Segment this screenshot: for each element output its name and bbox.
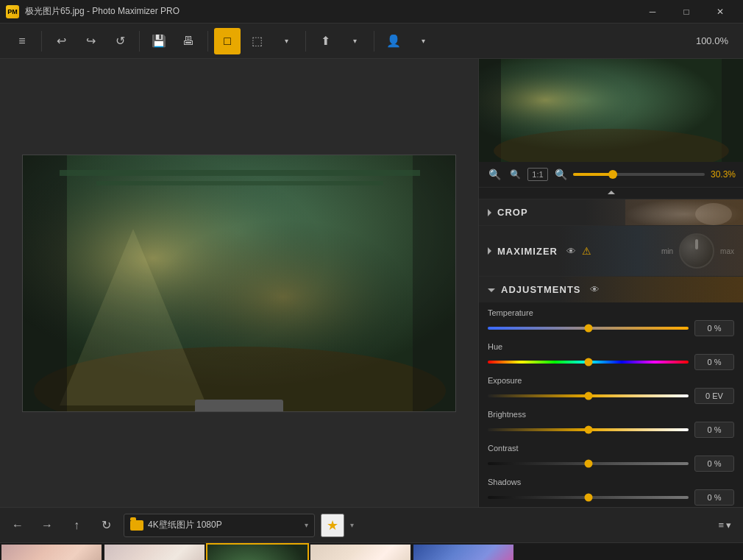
maximizer-header[interactable]: MAXIMIZER 👁 ⚠ min max — [479, 226, 743, 276]
exposure-row: Exposure 0 EV — [488, 376, 734, 404]
brightness-thumb[interactable] — [584, 426, 592, 434]
zoom-fit-button[interactable]: 1:1 — [527, 168, 548, 181]
toolbar-separator-3 — [207, 31, 208, 52]
hue-thumb[interactable] — [584, 358, 592, 366]
adjustments-content: Temperature 0 % Hue — [479, 302, 743, 507]
film-item-64[interactable]: 极光图片64.jpg — [103, 543, 206, 560]
user-button[interactable]: 👤 — [380, 28, 407, 54]
view-single-button[interactable]: □ — [214, 28, 241, 54]
save-button[interactable]: 💾 — [146, 28, 172, 54]
temperature-row: Temperature 0 % — [488, 308, 734, 336]
main-image — [22, 155, 456, 412]
temperature-label: Temperature — [488, 308, 734, 317]
zoom-in-button[interactable]: 🔍 — [507, 166, 523, 182]
sort-button[interactable]: ≡ ▾ — [712, 514, 737, 537]
folder-name: 4K壁纸图片 1080P — [148, 519, 300, 531]
adjustments-title: ADJUSTMENTS — [501, 284, 581, 295]
shadows-value[interactable]: 0 % — [694, 489, 734, 506]
shadows-slider[interactable] — [488, 496, 689, 499]
temperature-controls: 0 % — [488, 320, 734, 336]
zoom-label: 100.0% — [696, 35, 728, 46]
toolbar-separator-4 — [305, 31, 306, 52]
svg-rect-6 — [413, 155, 456, 412]
toolbar: ≡ ↩ ↪ ↺ 💾 🖶 □ ⬚ ▾ ⬆ ▾ 👤 ▾ 100.0% — [0, 24, 743, 59]
refresh-button[interactable]: ↻ — [94, 514, 118, 537]
image-content — [23, 155, 455, 411]
redo-button[interactable]: ↪ — [77, 28, 104, 54]
toolbar-separator-2 — [139, 31, 140, 52]
canvas-area[interactable] — [0, 59, 478, 507]
maximizer-knob[interactable] — [679, 233, 714, 269]
collapse-indicator[interactable] — [479, 188, 743, 199]
film-item-66[interactable]: 极光图片66.jpg — [309, 543, 412, 560]
warning-icon: ⚠ — [582, 245, 591, 257]
user-dropdown[interactable]: ▾ — [410, 28, 436, 54]
maximizer-section: MAXIMIZER 👁 ⚠ min max — [479, 226, 743, 277]
print-button[interactable]: 🖶 — [175, 28, 202, 54]
brightness-value[interactable]: 0 % — [694, 422, 734, 438]
sort-dropdown: ▾ — [726, 520, 731, 531]
contrast-label: Contrast — [488, 444, 734, 453]
contrast-slider[interactable] — [488, 462, 689, 465]
svg-rect-8 — [96, 181, 383, 185]
hue-value[interactable]: 0 % — [694, 354, 734, 370]
contrast-thumb[interactable] — [584, 460, 592, 468]
thumb-content — [479, 59, 743, 162]
svg-rect-16 — [207, 545, 307, 560]
maximizer-title: MAXIMIZER — [497, 246, 558, 257]
exposure-slider[interactable] — [488, 394, 689, 397]
crop-expand-icon — [488, 209, 491, 216]
nav-bar: ← → ↑ ↻ 4K壁纸图片 1080P ▾ ★ ▾ ≡ ▾ — [0, 507, 743, 542]
hue-slider[interactable] — [488, 361, 689, 364]
back-button[interactable]: ← — [6, 514, 29, 537]
split-dropdown[interactable]: ▾ — [273, 28, 299, 54]
temperature-value[interactable]: 0 % — [694, 320, 734, 336]
redo2-button[interactable]: ↺ — [107, 28, 133, 54]
minimize-button[interactable]: ─ — [636, 0, 669, 24]
menu-button[interactable]: ≡ — [9, 28, 35, 54]
shadows-controls: 0 % — [488, 489, 734, 506]
maximize-button[interactable]: □ — [669, 0, 703, 24]
canvas-scroll-bar[interactable] — [195, 400, 283, 411]
film-item-65[interactable]: 极光图片65.jpg — [206, 543, 309, 560]
zoom-actual-button[interactable]: 🔍 — [552, 166, 569, 182]
contrast-value[interactable]: 0 % — [694, 456, 734, 472]
hue-controls: 0 % — [488, 354, 734, 370]
brightness-slider[interactable] — [488, 428, 689, 431]
brightness-row: Brightness 0 % — [488, 410, 734, 438]
zoom-controls: 🔍 🔍 1:1 🔍 30.3% — [479, 162, 743, 188]
film-item-extra[interactable]: 极… — [412, 543, 515, 560]
film-item-63[interactable]: 极光图片63.jpg — [0, 543, 103, 560]
window-controls: ─ □ ✕ — [636, 0, 737, 24]
favorite-button[interactable]: ★ — [321, 514, 344, 537]
window-title: 极光图片65.jpg - Photo Maximizer PRO — [25, 5, 179, 18]
share-button[interactable]: ⬆ — [312, 28, 338, 54]
zoom-slider-thumb[interactable] — [608, 170, 617, 179]
main-layout: 🔍 🔍 1:1 🔍 30.3% CROP — [0, 59, 743, 507]
crop-header[interactable]: CROP — [479, 199, 743, 225]
star-dropdown[interactable]: ▾ — [350, 521, 354, 529]
svg-point-15 — [695, 203, 732, 225]
zoom-slider-fill — [573, 173, 613, 176]
up-button[interactable]: ↑ — [65, 514, 88, 537]
share-dropdown[interactable]: ▾ — [341, 28, 368, 54]
max-min-label: min — [661, 247, 673, 255]
crop-title: CROP — [497, 207, 528, 218]
exposure-thumb[interactable] — [584, 392, 592, 400]
close-button[interactable]: ✕ — [703, 0, 737, 24]
zoom-slider[interactable] — [573, 173, 705, 176]
crop-section: CROP — [479, 199, 743, 226]
temperature-thumb[interactable] — [584, 325, 592, 333]
brightness-label: Brightness — [488, 410, 734, 419]
maximizer-expand-icon — [488, 247, 491, 255]
folder-selector[interactable]: 4K壁纸图片 1080P ▾ — [124, 514, 315, 537]
exposure-value[interactable]: 0 EV — [694, 388, 734, 404]
adjustments-header[interactable]: ADJUSTMENTS 👁 — [479, 277, 743, 302]
forward-button[interactable]: → — [35, 514, 59, 537]
shadows-thumb[interactable] — [584, 494, 592, 502]
zoom-out-button[interactable]: 🔍 — [486, 166, 502, 182]
view-split-button[interactable]: ⬚ — [243, 28, 270, 54]
contrast-controls: 0 % — [488, 456, 734, 472]
undo-button[interactable]: ↩ — [48, 28, 74, 54]
temperature-slider[interactable] — [488, 327, 689, 330]
